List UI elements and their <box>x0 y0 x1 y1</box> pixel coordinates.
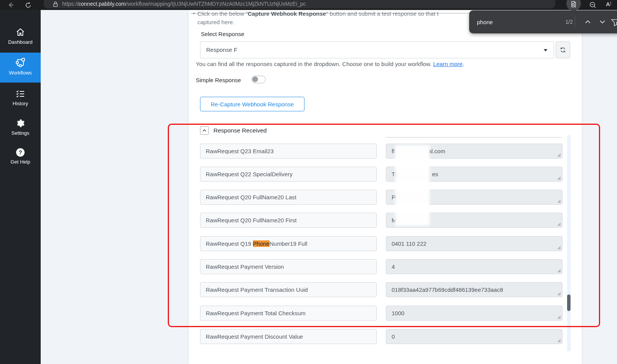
recapture-webhook-button[interactable]: Re-Capture Webhook Response <box>200 97 304 111</box>
resize-handle-icon <box>557 177 561 180</box>
browser-toolbar: https://connect.pabbly.com/workflow/mapp… <box>0 0 617 10</box>
refresh-responses-button[interactable] <box>556 41 570 58</box>
workflow-icon <box>15 58 25 68</box>
field-text: 4 <box>392 263 395 270</box>
field-text: RawRequest Payment Transaction Uuid <box>206 286 308 293</box>
resize-handle-icon <box>557 223 561 226</box>
collapse-section-button[interactable] <box>200 126 209 135</box>
field-text: 0401 110 222 <box>392 240 427 247</box>
chevron-up-icon <box>202 128 207 133</box>
resize-handle-icon <box>557 269 561 273</box>
field-text: RawRequest Payment Version <box>206 263 284 270</box>
find-on-page-indicator[interactable] <box>566 0 581 11</box>
page-search-icon <box>570 1 577 8</box>
response-field-value[interactable]: 0401 110 222 <box>386 236 562 251</box>
help-text: You can find all the responses captured … <box>196 61 433 67</box>
chevron-down-icon <box>598 17 607 26</box>
response-field-key: RawRequest Q20 FullName20 Last <box>200 190 377 205</box>
refresh-icon <box>559 46 566 53</box>
response-field-value[interactable]: 018f33aa42a977b69cddf486139ee733aac8 <box>386 282 562 297</box>
simple-response-label: Simple Response <box>196 77 241 83</box>
field-text: RawRequest Payment Total Checksum <box>206 310 306 316</box>
home-icon <box>16 28 25 37</box>
url-scheme: https:// <box>62 1 78 7</box>
scrollbar-track[interactable] <box>567 135 571 351</box>
response-field-key: RawRequest Payment Version <box>200 259 377 274</box>
response-field-value[interactable]: 4 <box>386 259 562 274</box>
find-filter-button[interactable] <box>610 17 617 26</box>
sidebar-item-label: Workflows <box>0 70 41 76</box>
back-arrow-icon <box>7 1 15 9</box>
refresh-button[interactable] <box>25 1 32 9</box>
response-field-key: RawRequest Q23 Email23 <box>200 144 377 159</box>
field-text: RawRequest Q23 Email23 <box>206 148 274 154</box>
app-window: https://connect.pabbly.com/workflow/mapp… <box>0 0 617 364</box>
zoom-out-button[interactable] <box>589 1 597 9</box>
instruction-bold: Capture Webhook Response <box>248 10 326 17</box>
field-text: RawRequest Payment Discount Value <box>206 333 303 340</box>
sidebar-item-dashboard[interactable]: Dashboard <box>0 27 41 49</box>
sidebar-item-label: Get Help <box>0 159 41 165</box>
sidebar-item-get-help[interactable]: ? Get Help <box>0 147 41 169</box>
chevron-down-icon <box>544 49 548 51</box>
resize-handle-icon <box>557 200 561 203</box>
lock-icon <box>53 2 58 7</box>
field-text: 0 <box>392 333 395 340</box>
learn-more-link[interactable]: Learn more <box>433 61 463 67</box>
resize-handle-icon <box>557 246 561 250</box>
history-icon <box>16 89 25 98</box>
find-input[interactable] <box>477 10 554 33</box>
url-text: https://connect.pabbly.com/workflow/mapp… <box>62 0 306 8</box>
filter-funnel-icon <box>610 17 617 26</box>
field-text: RawRequest Q19 <box>206 240 253 247</box>
response-field-key: RawRequest Payment Total Checksum <box>200 306 377 321</box>
response-dropdown[interactable]: Response F <box>200 41 554 58</box>
field-text: RawRequest Q20 FullName20 Last <box>206 194 296 200</box>
find-divider <box>575 16 575 28</box>
simple-response-toggle[interactable] <box>251 76 266 83</box>
response-field-value[interactable]: 1000 <box>386 306 562 321</box>
sidebar-item-label: Settings <box>0 130 41 136</box>
instruction-prefix: Click on the below " <box>197 10 248 17</box>
resize-handle-icon <box>557 316 561 319</box>
select-response-label: Select Response <box>201 31 244 37</box>
resize-handle-icon <box>557 154 561 157</box>
sidebar-item-label: History <box>0 101 41 106</box>
sidebar-item-history[interactable]: History <box>0 88 41 110</box>
scrollbar-thumb[interactable] <box>567 295 571 311</box>
instruction-suffix: " button and submit a test response so t… <box>326 10 438 17</box>
field-text: 018f33aa42a977b69cddf486139ee733aac8 <box>392 286 503 293</box>
toggle-knob <box>252 76 258 82</box>
sidebar: Dashboard Workflows History Settings ? G… <box>0 10 41 364</box>
redaction-blur <box>395 145 430 226</box>
find-previous-button[interactable] <box>583 17 593 26</box>
sidebar-item-workflows[interactable]: Workflows <box>0 53 41 83</box>
zoom-out-icon <box>589 1 597 9</box>
back-button[interactable] <box>7 1 15 9</box>
refresh-icon <box>25 2 32 9</box>
values-divider <box>385 137 562 137</box>
sidebar-item-settings[interactable]: Settings <box>0 118 41 140</box>
dropdown-help-text: You can find all the responses captured … <box>196 61 464 67</box>
field-text: al.com <box>428 148 445 154</box>
response-field-key: RawRequest Payment Transaction Uuid <box>200 282 377 297</box>
find-bar: 1/2 <box>469 10 617 33</box>
address-bar[interactable]: https://connect.pabbly.com/workflow/mapp… <box>44 0 555 8</box>
resize-handle-icon <box>557 292 561 296</box>
find-match-highlight: Phone <box>253 240 270 247</box>
response-dropdown-value: Response F <box>206 42 237 58</box>
response-field-key: RawRequest Payment Discount Value <box>200 329 377 344</box>
field-text: Number19 Full <box>270 240 307 247</box>
response-field-key: RawRequest Q19 PhoneNumber19 Full <box>200 236 377 251</box>
chevron-up-icon <box>583 17 592 26</box>
gear-icon <box>16 119 25 128</box>
read-aloud-icon[interactable]: A) <box>606 1 611 7</box>
sidebar-item-label: Dashboard <box>0 39 41 45</box>
section-title: Response Received <box>213 127 267 134</box>
strike-line <box>191 13 471 13</box>
find-next-button[interactable] <box>597 17 607 26</box>
find-match-count: 1/2 <box>553 10 573 33</box>
response-field-key: RawRequest Q22 SpecialDelivery <box>200 167 377 182</box>
help-icon: ? <box>16 148 25 157</box>
response-field-value[interactable]: 0 <box>386 329 562 344</box>
